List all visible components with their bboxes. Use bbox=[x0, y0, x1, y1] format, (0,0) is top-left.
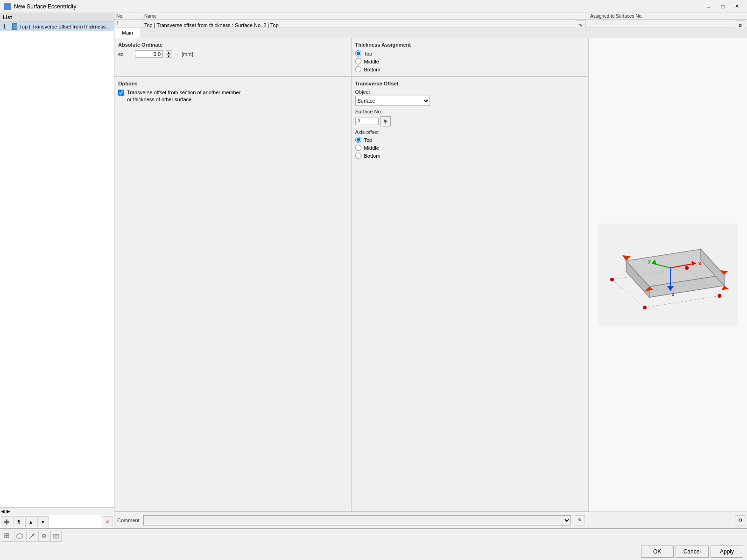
view-panel: x y z bbox=[588, 38, 747, 511]
thickness-top-radio[interactable] bbox=[355, 50, 361, 56]
down-button[interactable]: ▼ bbox=[37, 516, 49, 527]
duplicate-button[interactable]: ❡ bbox=[13, 516, 24, 527]
ordinate-down[interactable]: ▼ bbox=[166, 54, 171, 58]
maximize-button[interactable]: □ bbox=[716, 1, 729, 12]
transverse-offset-checkbox-label[interactable]: Transverse offset from section of anothe… bbox=[118, 89, 347, 104]
tag-icon bbox=[53, 533, 59, 539]
ordinate-spinner: ▲ ▼ bbox=[166, 50, 171, 58]
up-button[interactable]: ▲ bbox=[25, 516, 36, 527]
thickness-bottom-option[interactable]: Bottom bbox=[355, 66, 585, 72]
content-area: No. 1 Name ✎ Assigned to Surfaces No. ⚙ bbox=[114, 13, 747, 528]
node-button[interactable] bbox=[38, 531, 49, 542]
comment-section: Comment ✎ bbox=[114, 512, 588, 528]
title-bar: New Surface Eccentricity – □ ✕ bbox=[0, 0, 747, 13]
ok-button[interactable]: OK bbox=[641, 546, 674, 558]
main-container: List 1 Top | Transverse offset from thic… bbox=[0, 13, 747, 560]
surface-no-input[interactable] bbox=[355, 118, 379, 125]
scroll-left-icon[interactable]: ◀ bbox=[1, 509, 5, 514]
list-panel: List 1 Top | Transverse offset from thic… bbox=[0, 13, 114, 528]
title-bar-buttons: – □ ✕ bbox=[702, 1, 743, 12]
svg-marker-0 bbox=[384, 119, 388, 124]
thickness-middle-option[interactable]: Middle bbox=[355, 58, 585, 64]
svg-rect-2 bbox=[7, 533, 9, 535]
transverse-offset-section: Transverse Offset Object Surface Member bbox=[352, 77, 588, 511]
arrow-button[interactable] bbox=[26, 531, 37, 542]
list-item-number: 1 bbox=[3, 23, 10, 30]
thickness-top-label: Top bbox=[364, 51, 373, 56]
axis-bottom-radio[interactable] bbox=[355, 153, 361, 159]
transverse-offset-label: Transverse offset from section of anothe… bbox=[127, 89, 240, 104]
transverse-offset-title: Transverse Offset bbox=[355, 81, 585, 86]
thickness-middle-radio[interactable] bbox=[355, 58, 361, 64]
view-settings-button[interactable]: ⚙ bbox=[735, 515, 745, 525]
axis-top-radio[interactable] bbox=[355, 137, 361, 143]
list-item[interactable]: 1 Top | Transverse offset from thickness… bbox=[0, 22, 114, 31]
surface-no-browse[interactable] bbox=[381, 116, 391, 126]
svg-rect-10 bbox=[53, 534, 59, 538]
axis-middle-radio[interactable] bbox=[355, 145, 361, 151]
no-value: 1 bbox=[114, 20, 142, 27]
bottom-toolbar-main: OK Cancel Apply bbox=[0, 543, 747, 560]
svg-marker-5 bbox=[17, 533, 22, 539]
grid-button[interactable] bbox=[2, 531, 13, 542]
comment-edit-button[interactable]: ✎ bbox=[575, 515, 585, 525]
top-form-row: Absolute Ordinate ez ▲ ▼ → [mm] bbox=[114, 38, 588, 77]
assigned-label: Assigned to Surfaces No. bbox=[588, 13, 747, 20]
ordinate-input[interactable] bbox=[135, 50, 163, 58]
box-button[interactable] bbox=[14, 531, 25, 542]
transverse-offset-checkbox[interactable] bbox=[118, 90, 124, 96]
close-button[interactable]: ✕ bbox=[730, 1, 743, 12]
scroll-right-icon[interactable]: ▶ bbox=[7, 509, 10, 514]
object-select[interactable]: Surface Member bbox=[355, 96, 430, 106]
thickness-bottom-radio[interactable] bbox=[355, 66, 361, 72]
axis-middle-option[interactable]: Middle bbox=[355, 145, 585, 151]
tabs: Main bbox=[114, 28, 747, 38]
tab-main[interactable]: Main bbox=[114, 28, 141, 38]
absolute-ordinate-section: Absolute Ordinate ez ▲ ▼ → [mm] bbox=[114, 38, 352, 77]
name-input[interactable] bbox=[144, 22, 574, 28]
cursor-icon bbox=[383, 119, 388, 124]
dot-3 bbox=[718, 294, 721, 298]
cancel-button[interactable]: Cancel bbox=[676, 546, 709, 558]
list-scrollbar[interactable]: ◀ ▶ bbox=[0, 507, 114, 515]
svg-rect-3 bbox=[5, 536, 7, 538]
no-column: No. 1 bbox=[114, 13, 142, 28]
new-row-button[interactable]: ➕ bbox=[1, 516, 12, 527]
app-icon bbox=[4, 3, 11, 10]
list-content: 1 Top | Transverse offset from thickness… bbox=[0, 22, 114, 507]
form-area: Absolute Ordinate ez ▲ ▼ → [mm] bbox=[114, 38, 588, 511]
assigned-input[interactable] bbox=[590, 22, 733, 28]
delete-button[interactable]: ✕ bbox=[102, 516, 113, 527]
apply-button[interactable]: Apply bbox=[711, 546, 743, 558]
name-column: Name ✎ bbox=[142, 13, 588, 28]
surface-no-label: Surface No. bbox=[355, 109, 585, 114]
checkbox-line2: or thickness of other surface bbox=[127, 97, 191, 102]
axis-middle-label: Middle bbox=[364, 145, 379, 151]
comment-right: ⚙ bbox=[588, 512, 747, 528]
tag-button[interactable] bbox=[50, 531, 62, 542]
thickness-assignment-section: Thickness Assignment Top Middle bbox=[352, 38, 588, 77]
ordinate-up[interactable]: ▲ bbox=[166, 50, 171, 54]
options-section: Options Transverse offset from section o… bbox=[114, 77, 352, 511]
x-label: x bbox=[698, 260, 702, 266]
title-bar-left: New Surface Eccentricity bbox=[4, 3, 76, 10]
surface-no-row bbox=[355, 116, 585, 126]
name-label: Name bbox=[142, 13, 588, 20]
thickness-top-option[interactable]: Top bbox=[355, 50, 585, 56]
comment-label: Comment bbox=[117, 518, 140, 523]
top-section: List 1 Top | Transverse offset from thic… bbox=[0, 13, 747, 529]
axis-bottom-label: Bottom bbox=[364, 153, 381, 159]
node-icon bbox=[41, 533, 47, 539]
list-item-icon bbox=[12, 23, 17, 30]
window-title: New Surface Eccentricity bbox=[14, 3, 76, 10]
main-split: Absolute Ordinate ez ▲ ▼ → [mm] bbox=[114, 38, 747, 511]
arrow-icon bbox=[28, 533, 35, 539]
axis-offset-field: Axis offset Top Middle bbox=[355, 129, 585, 159]
z-label: z bbox=[672, 291, 675, 297]
comment-dropdown[interactable] bbox=[143, 515, 571, 525]
minimize-button[interactable]: – bbox=[702, 1, 715, 12]
svg-point-9 bbox=[43, 535, 45, 537]
3d-view-svg: x y z bbox=[598, 224, 738, 326]
axis-top-option[interactable]: Top bbox=[355, 137, 585, 143]
axis-bottom-option[interactable]: Bottom bbox=[355, 153, 585, 159]
